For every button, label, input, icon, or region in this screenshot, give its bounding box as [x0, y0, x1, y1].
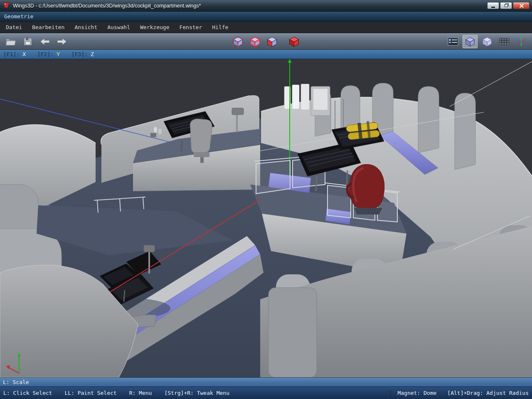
minimize-button[interactable] — [487, 2, 499, 9]
menu-ansicht[interactable]: Ansicht — [69, 22, 102, 32]
show-grid-button[interactable] — [497, 35, 512, 48]
wireframe-view-button[interactable] — [480, 35, 495, 48]
open-folder-icon — [5, 37, 16, 46]
f3-hint-label: [F3]: — [71, 51, 88, 57]
info-line: [F1]:X [F2]:Y [F3]:Z — [0, 50, 532, 59]
show-axes-button[interactable] — [514, 35, 529, 48]
body-select-button[interactable] — [287, 35, 302, 48]
menu-werkzeuge[interactable]: Werkzeuge — [135, 22, 174, 32]
status-bar: L: Scale — [0, 377, 532, 387]
edge-mode-cube-icon — [249, 36, 261, 47]
back-arrow-icon — [39, 37, 50, 46]
face-select-button[interactable] — [265, 35, 280, 48]
face-mode-cube-icon — [266, 36, 278, 47]
forward-arrow-icon — [57, 37, 67, 46]
command-bar: L: Click Select LL: Paint Select R: Menu… — [0, 387, 532, 399]
menu-bar: Datei Bearbeiten Ansicht Auswahl Werkzeu… — [0, 22, 532, 33]
hint-paint-select: LL: Paint Select — [64, 390, 116, 396]
geometry-graph-button[interactable] — [446, 35, 461, 48]
save-file-button[interactable] — [20, 35, 35, 48]
close-icon — [520, 4, 523, 7]
wings3d-window: Wings3D - c:/Users/tlwmdbt/Documents/3D/… — [0, 0, 532, 399]
minimize-icon — [491, 7, 495, 8]
vertex-mode-cube-icon — [232, 36, 244, 47]
body-mode-cube-icon — [288, 36, 300, 47]
hint-menu: R: Menu — [129, 390, 152, 396]
hint-click-select: L: Click Select — [3, 390, 52, 396]
f1-hint-label: [F1]: — [3, 51, 20, 57]
hint-adjust-radius: [Alt]+Drag: Adjust Radius — [447, 390, 529, 396]
hint-tweak-menu: [Strg]+R: Tweak Menu — [164, 390, 229, 396]
menu-datei[interactable]: Datei — [1, 22, 27, 32]
open-file-button[interactable] — [3, 35, 18, 48]
geometry-window-label: Geometrie — [4, 13, 33, 20]
restore-icon — [505, 4, 508, 7]
f1-axis-x: X — [22, 51, 26, 57]
f3-axis-z: Z — [91, 51, 94, 57]
vertex-select-button[interactable] — [231, 35, 246, 48]
axes-icon — [516, 36, 527, 47]
menu-auswahl[interactable]: Auswahl — [102, 22, 135, 32]
geometry-window-header[interactable]: Geometrie — [0, 12, 532, 22]
f2-hint-label: [F2]: — [37, 51, 54, 57]
floppy-disk-icon — [23, 37, 32, 46]
menu-fenster[interactable]: Fenster — [174, 22, 207, 32]
restore-button[interactable] — [500, 2, 512, 9]
viewport-scene[interactable] — [0, 59, 532, 377]
edge-select-button[interactable] — [248, 35, 263, 48]
close-button[interactable] — [513, 2, 530, 9]
status-message: L: Scale — [3, 379, 29, 385]
menu-hilfe[interactable]: Hilfe — [207, 22, 233, 32]
window-title: Wings3D - c:/Users/tlwmdbt/Documents/3D/… — [13, 3, 484, 9]
magnet-mode: Magnet: Dome — [397, 390, 436, 396]
viewport-3d[interactable] — [0, 59, 532, 377]
menu-bearbeiten[interactable]: Bearbeiten — [27, 22, 69, 32]
smooth-shaded-button[interactable] — [463, 35, 478, 48]
geometry-graph-icon — [448, 37, 458, 46]
title-bar[interactable]: Wings3D - c:/Users/tlwmdbt/Documents/3D/… — [0, 0, 532, 12]
undo-button[interactable] — [37, 35, 52, 48]
shaded-cube-icon — [465, 36, 475, 47]
app-icon — [2, 1, 10, 10]
f2-axis-y: Y — [57, 51, 60, 57]
toolbar — [0, 33, 532, 50]
wireframe-cube-icon — [482, 36, 493, 47]
redo-button[interactable] — [54, 35, 69, 48]
grid-icon — [499, 37, 510, 46]
